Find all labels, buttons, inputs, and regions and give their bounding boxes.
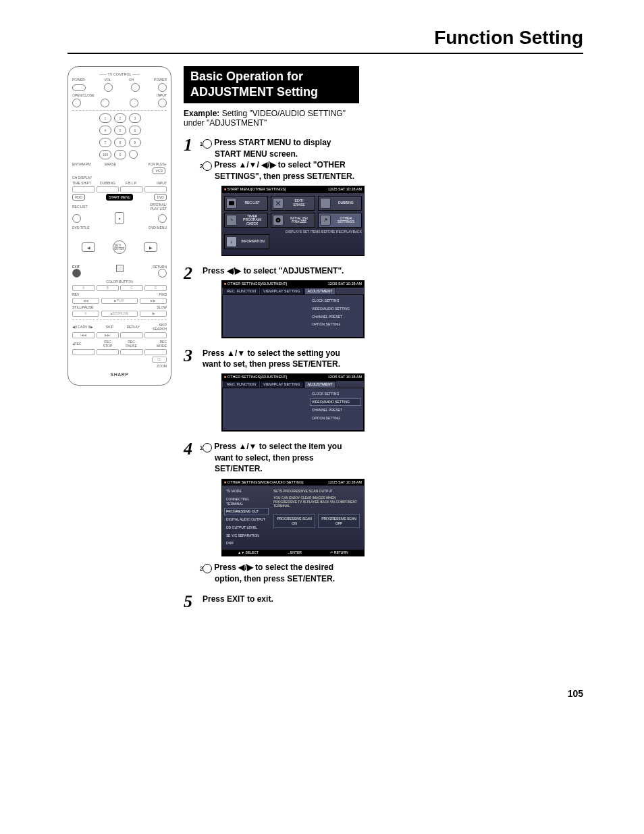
rec-list-label: REC LIST	[72, 205, 96, 209]
tab-rec-function[interactable]: REC. FUNCTION	[223, 381, 259, 388]
num-6[interactable]: 6	[129, 126, 141, 135]
va-dd-output[interactable]: DD OUTPUT LEVEL	[224, 524, 269, 531]
color-d[interactable]: D	[144, 285, 167, 291]
nav-right-button[interactable]: ▶	[144, 242, 157, 252]
dubbing-button[interactable]	[97, 186, 119, 192]
color-b[interactable]: B	[97, 285, 119, 291]
example-label: Example:	[184, 109, 219, 118]
up-arrow-icon: ▲	[238, 160, 246, 170]
skip-fwd-button[interactable]: ▶▶I	[97, 332, 119, 338]
original-playlist-button[interactable]	[158, 214, 167, 223]
tile-edit-erase[interactable]: EDIT/ ERASE	[271, 196, 315, 211]
va-dnr[interactable]: DNR	[224, 540, 269, 547]
rec-pause-button[interactable]	[120, 349, 143, 355]
tab-view-play[interactable]: VIEW/PLAY SETTING	[260, 288, 304, 294]
va-tv-mode[interactable]: TV MODE	[224, 488, 269, 495]
rec-stop-button[interactable]	[97, 349, 119, 355]
choice-prog-off[interactable]: PROGRESSIVE SCAN OFF	[318, 514, 360, 529]
tab-adjustment[interactable]: ADJUSTMENT	[304, 381, 336, 388]
num-1[interactable]: 1	[99, 113, 111, 123]
vol-up-button[interactable]	[104, 83, 113, 92]
vcr-plus-button[interactable]	[129, 150, 138, 159]
color-c[interactable]: C	[120, 285, 143, 291]
num-5[interactable]: 5	[114, 126, 126, 135]
t: .	[260, 464, 262, 473]
slow-label: SLOW	[143, 305, 167, 309]
num-7[interactable]: 7	[99, 138, 111, 147]
power-button[interactable]	[158, 83, 167, 92]
fwd-button[interactable]: ▶▶	[140, 298, 167, 304]
num-4[interactable]: 4	[99, 126, 111, 135]
t: Press	[212, 138, 238, 147]
skip-back-button[interactable]: I◀◀	[72, 332, 95, 338]
osd-adjustment-tabs: OTHER SETTINGS[ADJUSTMENT] 12/25 SAT 10:…	[221, 280, 365, 338]
num-2[interactable]: 2	[114, 113, 126, 123]
replay-label: REPLAY	[126, 325, 139, 329]
rec-mode-button[interactable]	[144, 349, 167, 355]
va-connecting[interactable]: CONNECTING TERMINAL	[224, 496, 269, 508]
open-close-button[interactable]	[72, 99, 81, 107]
time-shift-button[interactable]	[72, 186, 95, 192]
vcr-plus-label: VCR PLUS+	[125, 162, 167, 166]
tab-view-play[interactable]: VIEW/PLAY SETTING	[260, 381, 304, 388]
start-menu-button[interactable]: START MENU	[106, 194, 133, 201]
vcr-badge: VCR	[153, 167, 165, 174]
s3-end: .	[338, 359, 340, 369]
tile-timer[interactable]: TIMER PROGRAM/ CHECK	[224, 213, 268, 228]
opt-channel[interactable]: CHANNEL PRESET	[310, 313, 361, 321]
num-3[interactable]: 3	[129, 113, 141, 123]
cl-button[interactable]: CL	[152, 357, 167, 363]
tab-rec-function[interactable]: REC. FUNCTION	[223, 288, 259, 294]
tile-dubbing[interactable]: DUBBING	[318, 196, 362, 211]
tv-power-button[interactable]	[72, 84, 86, 91]
ch-down-button[interactable]	[130, 99, 138, 107]
exit-button[interactable]	[72, 269, 81, 278]
hdd-button[interactable]: HDD	[72, 194, 85, 201]
nav-up-button[interactable]: ▲	[115, 212, 124, 224]
color-a[interactable]: A	[72, 285, 95, 291]
tile-rec-list[interactable]: REC LIST	[224, 196, 268, 211]
va-yc-sep[interactable]: 3D Y/C SEPARATION	[224, 532, 269, 540]
nav-down-button[interactable]	[116, 265, 124, 272]
choice-prog-on[interactable]: PROGRESSIVE SCAN ON	[273, 514, 315, 529]
set-enter-button[interactable]: SET/ ENTER	[113, 240, 126, 254]
opt-clock[interactable]: CLOCK SETTING	[310, 390, 361, 398]
tv-input-button[interactable]	[158, 99, 167, 107]
tile-other-settings[interactable]: OTHER SETTINGS	[318, 213, 362, 228]
pause-button[interactable]: II	[72, 311, 99, 317]
num-0[interactable]: 0	[114, 150, 126, 159]
num-8[interactable]: 8	[114, 138, 126, 147]
ch-up-button[interactable]	[131, 83, 140, 92]
return-button[interactable]	[158, 269, 167, 278]
fblp-button[interactable]	[120, 186, 143, 192]
va-progressive-out[interactable]: PROGRESSIVE OUT	[224, 508, 269, 515]
opt-va[interactable]: VIDEO/AUDIO SETTING	[310, 305, 361, 313]
num-9[interactable]: 9	[129, 138, 141, 147]
input2-label: INPUT	[143, 181, 167, 185]
num-100[interactable]: 100	[99, 150, 111, 159]
va-digital-audio[interactable]: DIGITAL AUDIO OUTPUT	[224, 516, 269, 523]
replay-button[interactable]	[120, 332, 143, 338]
vol-down-button[interactable]	[101, 99, 109, 107]
rev-button[interactable]: ◀◀	[72, 298, 99, 304]
skip-search-button[interactable]	[144, 332, 167, 338]
input-button[interactable]	[144, 186, 167, 192]
dvd-button[interactable]: DVD	[154, 194, 167, 201]
tab-adjustment[interactable]: ADJUSTMENT	[304, 288, 336, 294]
stop-live-button[interactable]: ■STOP/LIVE	[101, 311, 138, 317]
tile-initialize[interactable]: INITIALIZE/ FINALIZE	[271, 213, 315, 228]
circled-1-icon: 1	[203, 139, 212, 149]
rec-list-button[interactable]	[72, 214, 81, 223]
opt-option[interactable]: OPTION SETTING	[310, 415, 361, 422]
rec-button[interactable]	[72, 349, 95, 355]
opt-channel[interactable]: CHANNEL PRESET	[310, 407, 361, 414]
opt-option[interactable]: OPTION SETTING	[310, 321, 361, 328]
play-button[interactable]: ▶PLAY	[101, 298, 138, 304]
down-arrow-icon: ▼	[249, 442, 257, 451]
opt-va-selected[interactable]: VIDEO/AUDIO SETTING	[310, 398, 361, 406]
tile-information[interactable]: INFORMATION	[224, 234, 269, 249]
nav-left-button[interactable]: ◀	[82, 242, 95, 252]
slow-button[interactable]: I▶	[140, 311, 167, 317]
s5-pre: Press	[203, 594, 227, 604]
opt-clock[interactable]: CLOCK SETTING	[310, 297, 361, 305]
